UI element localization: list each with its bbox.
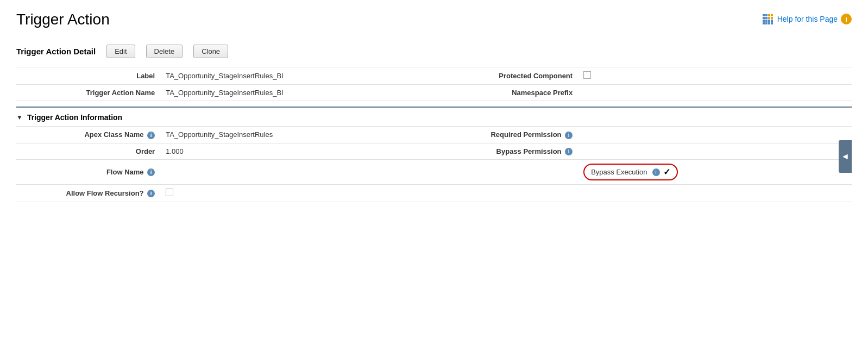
info-label: Required Permission i [434, 127, 578, 143]
help-link-text: Help for this Page [777, 15, 838, 23]
detail-section-title: Trigger Action Detail [16, 47, 96, 56]
info-value [160, 160, 434, 185]
info-value [578, 143, 852, 160]
bypass-execution-info-icon[interactable]: i [652, 168, 660, 176]
info-label: Allow Flow Recursion? i [16, 185, 160, 202]
detail-header: Trigger Action Detail Edit Delete Clone [16, 45, 852, 58]
value-cell [578, 67, 852, 85]
table-row: Allow Flow Recursion? i [16, 185, 852, 202]
allow-flow-recursion-checkbox [166, 189, 173, 196]
table-row: Trigger Action Name TA_Opportunity_Stage… [16, 85, 852, 101]
label-cell: Trigger Action Name [16, 85, 160, 101]
value-cell: TA_Opportunity_StageInsertRules_BI [160, 85, 434, 101]
label-cell: Namespace Prefix [434, 85, 578, 101]
info-value: TA_Opportunity_StageInsertRules [160, 127, 434, 143]
triangle-down-icon: ▼ [16, 114, 23, 121]
table-row: Apex Class Name i TA_Opportunity_StageIn… [16, 127, 852, 143]
info-section-header: ▼ Trigger Action Information [16, 108, 852, 126]
clone-button[interactable]: Clone [193, 45, 228, 58]
flow-name-info-icon[interactable]: i [147, 168, 155, 176]
table-row: Flow Name i Bypass Execution i ✓ [16, 160, 852, 185]
info-section-title: Trigger Action Information [27, 113, 122, 122]
info-table: Apex Class Name i TA_Opportunity_StageIn… [16, 126, 852, 202]
label-cell: Label [16, 67, 160, 85]
detail-table: Label TA_Opportunity_StageInsertRules_BI… [16, 67, 852, 101]
info-label [434, 160, 578, 185]
required-permission-info-icon[interactable]: i [565, 132, 573, 139]
delete-button[interactable]: Delete [146, 45, 183, 58]
info-value [160, 185, 434, 202]
value-cell [578, 85, 852, 101]
apex-class-info-icon[interactable]: i [147, 132, 155, 139]
info-label: Apex Class Name i [16, 127, 160, 143]
page-container: Trigger Action Help for this Page i Trig… [0, 0, 868, 350]
info-label: Flow Name i [16, 160, 160, 185]
bypass-execution-highlight: Bypass Execution i ✓ [583, 164, 677, 180]
side-collapse-button[interactable]: ◄ [839, 140, 852, 173]
table-row: Label TA_Opportunity_StageInsertRules_BI… [16, 67, 852, 85]
detail-section: Trigger Action Detail Edit Delete Clone … [16, 45, 852, 101]
table-row: Order 1.000 Bypass Permission i [16, 143, 852, 160]
collapse-arrow-icon: ◄ [841, 152, 850, 161]
allow-flow-recursion-info-icon[interactable]: i [147, 190, 155, 197]
help-grid-icon [763, 14, 773, 24]
protected-component-checkbox [583, 71, 591, 79]
page-header: Trigger Action Help for this Page i [16, 11, 852, 28]
bypass-execution-label: Bypass Execution [591, 168, 647, 176]
bypass-execution-cell: Bypass Execution i ✓ [578, 160, 852, 185]
bypass-permission-info-icon[interactable]: i [565, 148, 573, 155]
info-value [578, 127, 852, 143]
value-cell: TA_Opportunity_StageInsertRules_BI [160, 67, 434, 85]
help-link[interactable]: Help for this Page i [763, 14, 852, 24]
info-value: 1.000 [160, 143, 434, 160]
page-title: Trigger Action [16, 11, 110, 28]
info-label: Order [16, 143, 160, 160]
info-label: Bypass Permission i [434, 143, 578, 160]
edit-button[interactable]: Edit [106, 45, 135, 58]
info-section: ◄ ▼ Trigger Action Information Apex Clas… [16, 108, 852, 202]
label-cell: Protected Component [434, 67, 578, 85]
help-circle-icon: i [841, 14, 852, 24]
bypass-execution-checkmark: ✓ [663, 167, 670, 177]
